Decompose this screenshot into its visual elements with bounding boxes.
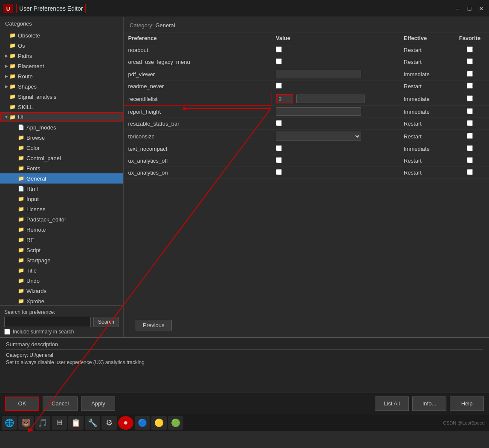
fav-checkbox[interactable] bbox=[467, 95, 473, 101]
include-summary-label[interactable]: Include summary in search bbox=[13, 329, 74, 335]
sidebar-item-label: Padstack_editor bbox=[26, 216, 66, 223]
ok-button[interactable]: OK bbox=[5, 396, 39, 411]
sidebar-item-label: License bbox=[26, 206, 46, 213]
sidebar-item-paths[interactable]: ▶ 📁 Paths bbox=[0, 51, 123, 61]
sidebar-item-label: Input bbox=[26, 196, 39, 202]
pref-checkbox[interactable] bbox=[276, 157, 282, 163]
sidebar-item-browse[interactable]: 📁 Browse bbox=[0, 132, 123, 143]
maximize-button[interactable]: □ bbox=[465, 4, 474, 13]
sidebar-item-signal-analysis[interactable]: 📁 Signal_analysis bbox=[0, 92, 123, 102]
sidebar-item-ui[interactable]: ▼ 📁 UI bbox=[0, 112, 123, 122]
pref-value bbox=[272, 80, 399, 92]
folder-icon: 📁 bbox=[18, 278, 24, 284]
sidebar-item-skill[interactable]: 📁 SKILL bbox=[0, 102, 123, 112]
sidebar-item-os[interactable]: 📁 Os bbox=[0, 40, 123, 51]
search-button[interactable]: Search bbox=[93, 317, 119, 327]
search-input[interactable] bbox=[4, 317, 91, 327]
taskbar-item[interactable]: ● bbox=[118, 416, 133, 430]
sidebar-item-rf[interactable]: 📁 RF bbox=[0, 235, 123, 245]
sidebar-item-remote[interactable]: 📁 Remote bbox=[0, 224, 123, 235]
sidebar-item-wizards[interactable]: 📁 Wizards bbox=[0, 286, 123, 296]
pref-checkbox[interactable] bbox=[276, 120, 282, 126]
fav-checkbox[interactable] bbox=[467, 120, 473, 126]
taskbar-item[interactable]: 📋 bbox=[68, 416, 84, 430]
sidebar-item-label: Shapes bbox=[18, 83, 37, 90]
pref-checkbox[interactable] bbox=[276, 46, 282, 52]
pref-effective: Restart bbox=[399, 80, 451, 92]
list-all-button[interactable]: List All bbox=[375, 396, 409, 411]
sidebar-item-license[interactable]: 📁 License bbox=[0, 204, 123, 214]
sidebar-item-route[interactable]: ▶ 📁 Route bbox=[0, 71, 123, 81]
fav-checkbox[interactable] bbox=[467, 169, 473, 175]
pref-favorite bbox=[451, 155, 489, 167]
pref-checkbox[interactable] bbox=[276, 169, 282, 175]
sidebar-item-label: Route bbox=[18, 73, 33, 80]
taskbar-item[interactable]: 🌐 bbox=[2, 416, 17, 430]
tbriconsize-select[interactable] bbox=[276, 132, 361, 141]
minimize-button[interactable]: – bbox=[453, 4, 462, 13]
taskbar-item[interactable]: 🎵 bbox=[35, 416, 50, 430]
sidebar-item-color[interactable]: 📁 Color bbox=[0, 143, 123, 153]
sidebar-item-label: Browse bbox=[26, 135, 45, 141]
previous-button[interactable]: Previous bbox=[136, 320, 172, 330]
preference-table: Preference Value Effective Favorite noab… bbox=[124, 32, 489, 179]
pref-text-field[interactable] bbox=[276, 70, 361, 78]
fav-checkbox[interactable] bbox=[467, 145, 473, 151]
taskbar-item[interactable]: 🟢 bbox=[168, 416, 183, 430]
pref-checkbox[interactable] bbox=[276, 145, 282, 151]
close-button[interactable]: ✕ bbox=[477, 4, 486, 13]
summary-section: Summary description Category: UI/general… bbox=[0, 337, 489, 393]
pref-effective: Restart bbox=[399, 130, 451, 143]
sidebar-item-startpage[interactable]: 📁 Startpage bbox=[0, 255, 123, 265]
sidebar-item-placement[interactable]: ▶ 📁 Placement bbox=[0, 61, 123, 71]
sidebar-item-script[interactable]: 📁 Script bbox=[0, 245, 123, 255]
taskbar-item[interactable]: 🟡 bbox=[151, 416, 167, 430]
sidebar-item-app-modes[interactable]: 📄 App_modes bbox=[0, 122, 123, 132]
folder-icon: 📁 bbox=[18, 227, 24, 233]
sidebar-item-control-panel[interactable]: 📁 Control_panel bbox=[0, 153, 123, 163]
sidebar-item-general[interactable]: 📁 General bbox=[0, 173, 123, 184]
sidebar-item-fonts[interactable]: 📁 Fonts bbox=[0, 163, 123, 173]
fav-checkbox[interactable] bbox=[467, 108, 473, 114]
sidebar-item-padstack-editor[interactable]: 📁 Padstack_editor bbox=[0, 214, 123, 224]
sidebar-item-xprobe[interactable]: 📁 Xprobe bbox=[0, 296, 123, 305]
taskbar-item[interactable]: 🔵 bbox=[135, 416, 150, 430]
cancel-button[interactable]: Cancel bbox=[43, 396, 78, 411]
pref-name: noabout bbox=[124, 44, 272, 56]
taskbar-item[interactable]: 🐻 bbox=[18, 416, 34, 430]
pref-text-field[interactable] bbox=[276, 107, 361, 116]
pref-checkbox[interactable] bbox=[276, 58, 282, 64]
taskbar-item[interactable]: 🖥 bbox=[52, 416, 67, 430]
pref-name: ux_analytics_on bbox=[124, 167, 272, 179]
pref-favorite bbox=[451, 143, 489, 155]
apply-button[interactable]: Apply bbox=[81, 396, 115, 411]
recentfilelist-input[interactable] bbox=[276, 94, 293, 103]
info-button[interactable]: Info... bbox=[412, 396, 446, 411]
sidebar-item-undo[interactable]: 📁 Undo bbox=[0, 276, 123, 286]
fav-checkbox[interactable] bbox=[467, 71, 473, 77]
taskbar-item[interactable]: ⚙ bbox=[101, 416, 117, 430]
fav-checkbox[interactable] bbox=[467, 58, 473, 64]
pref-favorite bbox=[451, 167, 489, 179]
sidebar-item-input[interactable]: 📁 Input bbox=[0, 194, 123, 204]
sidebar-item-title[interactable]: 📁 Title bbox=[0, 265, 123, 276]
pref-checkbox[interactable] bbox=[276, 83, 282, 89]
search-row: Search bbox=[4, 317, 119, 327]
sidebar-item-html[interactable]: 📄 Html bbox=[0, 184, 123, 194]
category-label: Category: bbox=[130, 22, 153, 29]
fav-checkbox[interactable] bbox=[467, 133, 473, 139]
pref-text-after[interactable] bbox=[296, 95, 365, 103]
taskbar-item[interactable]: 🔧 bbox=[85, 416, 100, 430]
sidebar-item-label: Obsolete bbox=[18, 32, 40, 39]
fav-checkbox[interactable] bbox=[467, 46, 473, 52]
help-button[interactable]: Help bbox=[450, 396, 484, 411]
fav-checkbox[interactable] bbox=[467, 83, 473, 89]
folder-icon: 📁 bbox=[9, 63, 16, 69]
sidebar-item-label: Signal_analysis bbox=[18, 94, 56, 100]
pref-value bbox=[272, 143, 399, 155]
sidebar-item-obsolete[interactable]: 📁 Obsolete bbox=[0, 30, 123, 40]
sidebar-item-shapes[interactable]: ▶ 📁 Shapes bbox=[0, 81, 123, 92]
fav-checkbox[interactable] bbox=[467, 157, 473, 163]
include-summary-checkbox[interactable] bbox=[4, 329, 10, 335]
pref-value bbox=[272, 167, 399, 179]
